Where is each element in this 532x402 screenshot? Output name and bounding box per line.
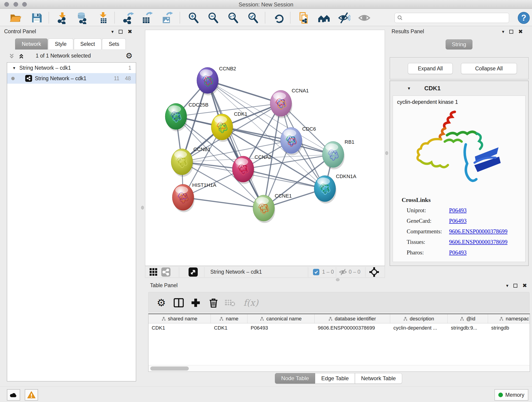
export-image-icon[interactable] <box>161 12 174 24</box>
table-cell[interactable]: CDK1 <box>211 323 247 333</box>
panel-menu-icon[interactable]: ▾ <box>506 283 508 288</box>
node-CDC6[interactable]: CDC6 <box>280 126 316 155</box>
crosslink-link[interactable]: P06493 <box>449 218 467 224</box>
network-row-selected[interactable]: String Network – cdk1 11 48 <box>7 73 136 84</box>
tab-select[interactable]: Select <box>74 38 102 50</box>
column-header-canonical-name[interactable]: canonical name <box>247 314 315 323</box>
right-splitter-handle[interactable] <box>385 151 388 155</box>
show-columns-icon[interactable] <box>172 296 185 309</box>
column-header--id[interactable]: @id <box>448 314 488 323</box>
panel-menu-icon[interactable]: ▾ <box>111 29 114 34</box>
import-network-file-icon[interactable] <box>56 12 69 24</box>
panel-close-icon[interactable]: ✖ <box>522 283 527 288</box>
horizontal-splitter-handle[interactable] <box>336 278 340 281</box>
tree-expander-icon[interactable]: ▾ <box>13 65 15 70</box>
tab-string[interactable]: String <box>446 39 472 50</box>
tab-sets[interactable]: Sets <box>102 38 126 50</box>
table-cell[interactable]: P06493 <box>247 323 315 333</box>
expand-all-button[interactable]: Expand All <box>408 63 453 74</box>
table-cell[interactable]: 9606.ENSP00000378699 <box>315 323 390 333</box>
node-CCNA2[interactable]: CCNA2 <box>232 154 272 184</box>
table-row[interactable]: CDK1CDK1P064939606.ENSP00000378699cyclin… <box>148 323 530 333</box>
navigator-crosshair-icon[interactable] <box>369 267 379 278</box>
node-CCNB2[interactable]: CCNB2 <box>197 66 236 95</box>
zoom-selected-icon[interactable] <box>247 12 260 24</box>
edge-count: 48 <box>125 75 131 82</box>
string-network-graph[interactable]: CCNB2CCNA1CDC25BCDK1CDC6RB1CCNB1CCNA2CDK… <box>145 30 385 266</box>
node-HIST1H1A[interactable]: HIST1H1A <box>172 182 216 212</box>
search-field[interactable] <box>394 13 509 23</box>
panel-close-icon[interactable]: ✖ <box>518 29 523 34</box>
network-canvas[interactable]: CCNB2CCNA1CDC25BCDK1CDC6RB1CCNB1CCNA2CDK… <box>145 30 385 266</box>
save-session-icon[interactable] <box>30 12 43 24</box>
add-column-icon[interactable] <box>189 296 202 309</box>
column-header-shared-name[interactable]: shared name <box>148 314 211 323</box>
open-session-icon[interactable] <box>9 12 22 24</box>
network-options-gear-icon[interactable]: ⚙ <box>126 52 133 60</box>
panel-float-icon[interactable] <box>119 30 123 34</box>
node-CCNE1[interactable]: CCNE1 <box>253 193 292 223</box>
detach-view-icon[interactable] <box>189 268 198 278</box>
import-network-database-icon[interactable] <box>75 12 88 24</box>
panel-menu-icon[interactable]: ▾ <box>502 29 504 34</box>
network-collection-row[interactable]: ▾ String Network – cdk1 1 <box>7 63 136 73</box>
toolbar-separator <box>180 12 180 23</box>
node-CCNA1[interactable]: CCNA1 <box>270 88 309 118</box>
string-copy-icon[interactable] <box>298 12 311 24</box>
column-header-namespac[interactable]: namespac <box>488 314 530 323</box>
crosslink-link[interactable]: 9606.ENSP00000378699 <box>449 228 507 235</box>
node-CCNB1[interactable]: CCNB1 <box>171 147 210 177</box>
tab-network-table[interactable]: Network Table <box>355 373 402 384</box>
panel-float-icon[interactable] <box>513 284 517 288</box>
column-header-description[interactable]: description <box>390 314 448 323</box>
cloud-button[interactable] <box>7 389 20 401</box>
edge-CCNA2-CDKN1A[interactable] <box>243 169 325 189</box>
edge-HIST1H1A-CCNE1[interactable] <box>183 197 264 208</box>
node-RB1[interactable]: RB1 <box>322 139 355 169</box>
tab-node-table[interactable]: Node Table <box>275 373 315 384</box>
table-cell[interactable]: stringdb <box>488 323 530 333</box>
network-view-share-icon[interactable] <box>161 268 171 278</box>
crosslink-link[interactable]: 9606.ENSP00000378699 <box>449 239 507 245</box>
export-table-icon[interactable] <box>141 12 153 24</box>
column-header-name[interactable]: name <box>211 314 247 323</box>
column-header-database-identifier[interactable]: database identifier <box>315 314 390 323</box>
table-cell[interactable]: stringdb:9... <box>448 323 488 333</box>
hscrollbar-thumb[interactable] <box>150 366 189 370</box>
zoom-fit-icon[interactable] <box>227 12 240 24</box>
selected-checkbox-icon[interactable] <box>313 269 319 275</box>
tab-network[interactable]: Network <box>15 38 48 50</box>
node-CDC25B[interactable]: CDC25B <box>165 102 209 131</box>
search-input[interactable] <box>405 15 507 21</box>
crosslink-link[interactable]: P06493 <box>449 249 467 255</box>
panel-float-icon[interactable] <box>509 30 513 34</box>
edge-CCNB2-CCNE1[interactable] <box>208 80 264 208</box>
table-cell[interactable]: CDK1 <box>148 323 211 333</box>
warnings-button[interactable] <box>25 389 38 401</box>
import-table-file-icon[interactable] <box>97 12 109 24</box>
crosslink-link[interactable]: P06493 <box>449 207 467 213</box>
string-hide-icon[interactable] <box>338 12 351 24</box>
help-icon[interactable]: ? <box>518 12 530 24</box>
section-expander-icon[interactable]: ▾ <box>408 85 410 91</box>
export-network-icon[interactable] <box>122 12 135 24</box>
refresh-icon[interactable] <box>273 12 285 24</box>
table-cell[interactable]: cyclin-dependent ... <box>390 323 448 333</box>
tab-edge-table[interactable]: Edge Table <box>315 373 355 384</box>
protein-section-header[interactable]: ▾ CDK1 <box>390 81 528 96</box>
string-show-icon[interactable] <box>358 12 371 24</box>
zoom-out-icon[interactable] <box>207 12 220 24</box>
table-hscrollbar[interactable] <box>148 365 530 371</box>
delete-column-icon[interactable] <box>207 296 220 309</box>
left-splitter-handle[interactable] <box>141 206 144 210</box>
panel-close-icon[interactable]: ✖ <box>128 29 132 34</box>
grid-view-icon[interactable] <box>149 268 158 277</box>
node-CDKN1A[interactable]: CDKN1A <box>314 173 356 204</box>
tab-style[interactable]: Style <box>48 38 73 50</box>
memory-button[interactable]: Memory <box>494 389 528 401</box>
collapse-all-button[interactable]: Collapse All <box>461 63 517 74</box>
table-settings-gear-icon[interactable]: ⚙ <box>155 296 168 309</box>
string-home-icon[interactable] <box>317 12 330 24</box>
node-label-CDC6: CDC6 <box>302 126 316 132</box>
zoom-in-icon[interactable] <box>187 12 200 24</box>
